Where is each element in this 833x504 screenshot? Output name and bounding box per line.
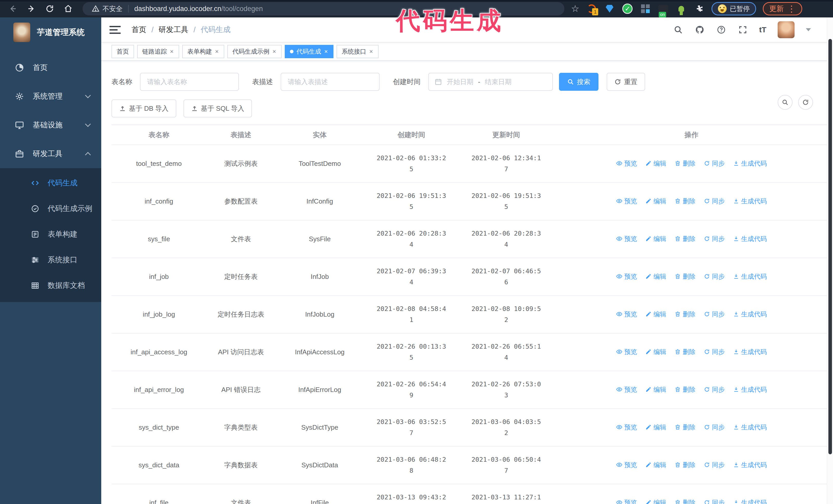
extensions-puzzle-icon[interactable] [694, 3, 705, 14]
sync-action[interactable]: 同步 [704, 423, 725, 431]
generate-code-action[interactable]: 生成代码 [733, 498, 767, 504]
sidebar-item-codegen-example[interactable]: 代码生成示例 [0, 196, 101, 221]
tab-form-builder[interactable]: 表单构建 × [182, 45, 224, 58]
tab-system-api[interactable]: 系统接口 × [336, 45, 379, 58]
preview-action[interactable]: 预览 [616, 310, 637, 318]
edit-action[interactable]: 编辑 [645, 385, 666, 394]
sidebar-item-system-api[interactable]: 系统接口 [0, 247, 101, 273]
edit-action[interactable]: 编辑 [645, 461, 666, 469]
generate-code-action[interactable]: 生成代码 [733, 461, 767, 469]
sync-action[interactable]: 同步 [704, 347, 725, 356]
generate-code-action[interactable]: 生成代码 [733, 347, 767, 356]
delete-action[interactable]: 删除 [674, 461, 696, 469]
start-date-placeholder[interactable]: 开始日期 [447, 77, 473, 87]
db-import-button[interactable]: 基于 DB 导入 [112, 99, 176, 117]
table-desc-input[interactable] [288, 78, 373, 86]
delete-action[interactable]: 删除 [674, 272, 696, 281]
delete-action[interactable]: 删除 [674, 310, 696, 318]
delete-action[interactable]: 删除 [674, 498, 696, 504]
avatar[interactable] [778, 21, 794, 38]
github-icon[interactable] [695, 25, 705, 35]
browser-reload-button[interactable] [44, 3, 55, 14]
breadcrumb-section[interactable]: 研发工具 [159, 25, 188, 35]
preview-action[interactable]: 预览 [616, 159, 637, 168]
sync-action[interactable]: 同步 [704, 461, 725, 469]
date-range-picker[interactable]: 开始日期 - 结束日期 [428, 73, 553, 91]
edit-action[interactable]: 编辑 [645, 498, 666, 504]
generate-code-action[interactable]: 生成代码 [733, 235, 767, 243]
generate-code-action[interactable]: 生成代码 [733, 385, 767, 394]
sync-action[interactable]: 同步 [704, 385, 725, 394]
edit-action[interactable]: 编辑 [645, 272, 666, 281]
reset-button[interactable]: 重置 [607, 73, 645, 91]
tab-codegen-example[interactable]: 代码生成示例 × [227, 45, 282, 58]
sidebar-item-database-docs[interactable]: 数据库文档 [0, 273, 101, 298]
generate-code-action[interactable]: 生成代码 [733, 197, 767, 205]
browser-home-button[interactable] [63, 3, 74, 14]
sidebar-item-infrastructure[interactable]: 基础设施 [0, 111, 101, 140]
extension-figure-icon[interactable] [675, 3, 687, 14]
delete-action[interactable]: 删除 [674, 423, 696, 431]
browser-back-button[interactable] [7, 3, 19, 14]
delete-action[interactable]: 删除 [674, 197, 696, 205]
generate-code-action[interactable]: 生成代码 [733, 423, 767, 431]
edit-action[interactable]: 编辑 [645, 347, 666, 356]
close-icon[interactable]: × [169, 48, 174, 55]
vertical-scrollbar-thumb[interactable] [828, 39, 832, 454]
browser-update-button[interactable]: 更新 ⋮ [763, 2, 802, 16]
sql-import-button[interactable]: 基于 SQL 导入 [184, 99, 252, 117]
refresh-table-button[interactable] [798, 95, 813, 110]
table-name-input[interactable] [147, 78, 232, 86]
bookmark-star-icon[interactable]: ☆ [571, 4, 579, 13]
font-size-icon[interactable]: tT [759, 25, 766, 34]
hamburger-icon[interactable] [110, 25, 121, 35]
sync-action[interactable]: 同步 [704, 159, 725, 168]
sync-action[interactable]: 同步 [704, 498, 725, 504]
extension-check-icon[interactable]: ✓ [622, 3, 633, 14]
more-options-dots-icon[interactable]: ⋮ [787, 6, 796, 11]
fullscreen-icon[interactable] [738, 25, 748, 35]
help-icon[interactable] [716, 25, 727, 35]
breadcrumb-home[interactable]: 首页 [132, 25, 146, 35]
close-icon[interactable]: × [324, 48, 328, 55]
preview-action[interactable]: 预览 [616, 235, 637, 243]
extension-refresh-icon[interactable]: 1 [586, 3, 597, 14]
tab-tracing[interactable]: 链路追踪 × [137, 45, 179, 58]
preview-action[interactable]: 预览 [616, 461, 637, 469]
preview-action[interactable]: 预览 [616, 197, 637, 205]
end-date-placeholder[interactable]: 结束日期 [485, 77, 511, 87]
sync-action[interactable]: 同步 [704, 310, 725, 318]
avatar-caret-down-icon[interactable] [806, 28, 811, 31]
sync-action[interactable]: 同步 [704, 235, 725, 243]
preview-action[interactable]: 预览 [616, 272, 637, 281]
toggle-search-button[interactable] [778, 95, 792, 110]
browser-forward-button[interactable] [26, 3, 37, 14]
edit-action[interactable]: 编辑 [645, 423, 666, 431]
close-icon[interactable]: × [215, 48, 219, 55]
sync-action[interactable]: 同步 [704, 197, 725, 205]
close-icon[interactable]: × [272, 48, 277, 55]
sidebar-item-codegen[interactable]: 代码生成 [0, 170, 101, 196]
edit-action[interactable]: 编辑 [645, 197, 666, 205]
extension-on-icon[interactable]: on [658, 3, 669, 14]
preview-action[interactable]: 预览 [616, 385, 637, 394]
tab-codegen[interactable]: 代码生成 × [285, 45, 333, 58]
edit-action[interactable]: 编辑 [645, 159, 666, 168]
close-icon[interactable]: × [369, 48, 374, 55]
sidebar-item-system-management[interactable]: 系统管理 [0, 82, 101, 111]
search-button[interactable]: 搜索 [559, 73, 598, 91]
gif-paused-extension-button[interactable]: 已暂停 [712, 2, 756, 16]
extension-grid-icon[interactable] [640, 3, 651, 14]
delete-action[interactable]: 删除 [674, 385, 696, 394]
generate-code-action[interactable]: 生成代码 [733, 159, 767, 168]
delete-action[interactable]: 删除 [674, 159, 696, 168]
sync-action[interactable]: 同步 [704, 272, 725, 281]
delete-action[interactable]: 删除 [674, 347, 696, 356]
extension-gem-icon[interactable] [604, 3, 615, 14]
preview-action[interactable]: 预览 [616, 498, 637, 504]
preview-action[interactable]: 预览 [616, 347, 637, 356]
sidebar-item-home[interactable]: 首页 [0, 53, 101, 82]
edit-action[interactable]: 编辑 [645, 310, 666, 318]
edit-action[interactable]: 编辑 [645, 235, 666, 243]
sidebar-item-form-builder[interactable]: 表单构建 [0, 221, 101, 247]
